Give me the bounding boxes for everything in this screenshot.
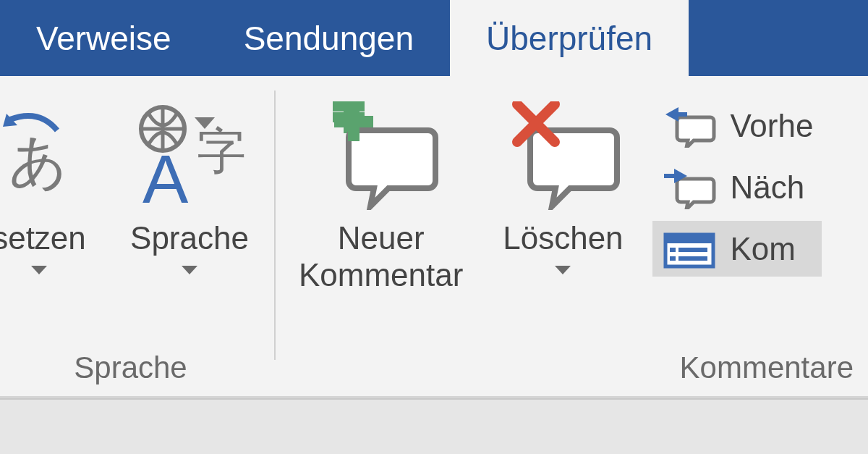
- dropdown-icon: [552, 263, 574, 276]
- new-comment-button[interactable]: Neuer Kommentar: [289, 87, 473, 300]
- document-area: [0, 398, 868, 454]
- dropdown-icon: [28, 263, 50, 276]
- language-button[interactable]: A 字 Sprache: [118, 87, 261, 283]
- delete-comment-label: Löschen: [503, 220, 623, 257]
- group-separator: [274, 91, 276, 360]
- translate-icon: あ: [0, 94, 90, 217]
- previous-comment-icon: [661, 102, 719, 149]
- svg-rect-24: [665, 235, 713, 243]
- svg-text:字: 字: [197, 123, 246, 178]
- svg-rect-28: [678, 256, 707, 261]
- svg-rect-22: [664, 174, 676, 178]
- language-icon: A 字: [128, 94, 251, 217]
- group-body: Neuer Kommentar Löschen: [289, 87, 861, 346]
- svg-rect-26: [678, 248, 707, 252]
- svg-marker-2: [31, 266, 47, 274]
- show-comments-label: Kom: [730, 231, 795, 267]
- delete-comment-button[interactable]: Löschen: [491, 87, 634, 283]
- next-comment-icon: [661, 164, 719, 211]
- show-comments-icon: [661, 225, 719, 272]
- delete-comment-icon: [501, 94, 624, 217]
- svg-marker-18: [555, 266, 571, 274]
- next-label: Näch: [730, 169, 804, 206]
- previous-label: Vorhe: [730, 108, 813, 144]
- tab-sendungen[interactable]: Sendungen: [208, 0, 450, 76]
- tab-label: Sendungen: [244, 19, 414, 58]
- tab-label: Verweise: [36, 19, 171, 58]
- ribbon-tab-strip: Verweise Sendungen Überprüfen: [0, 0, 868, 76]
- language-label: Sprache: [130, 220, 249, 257]
- group-label-language: Sprache: [0, 346, 261, 392]
- svg-marker-19: [665, 107, 678, 122]
- group-body: あ setzen: [0, 87, 261, 346]
- svg-rect-25: [670, 248, 676, 252]
- tab-verweise[interactable]: Verweise: [0, 0, 208, 76]
- group-language: あ setzen: [0, 76, 268, 396]
- svg-text:あ: あ: [9, 129, 68, 193]
- svg-rect-27: [670, 256, 676, 261]
- group-label-comments: Kommentare: [289, 346, 861, 392]
- tab-label: Überprüfen: [486, 19, 652, 58]
- svg-rect-20: [677, 112, 687, 117]
- ribbon-body: あ setzen: [0, 76, 868, 398]
- translate-label: setzen: [0, 220, 86, 257]
- svg-marker-9: [182, 266, 197, 274]
- tab-ueberpruefen[interactable]: Überprüfen: [450, 0, 689, 76]
- group-comments: Neuer Kommentar Löschen: [281, 76, 868, 396]
- new-comment-icon: [320, 94, 443, 217]
- translate-button[interactable]: あ setzen: [0, 87, 100, 283]
- svg-text:A: A: [142, 140, 189, 210]
- ribbon-container: Verweise Sendungen Überprüfen あ: [0, 0, 868, 454]
- show-comments-button[interactable]: Kom: [652, 221, 822, 277]
- dropdown-icon: [179, 263, 200, 276]
- comment-nav-list: Vorhe Näch: [652, 87, 822, 277]
- new-comment-label: Neuer Kommentar: [299, 220, 463, 293]
- next-comment-button[interactable]: Näch: [652, 159, 822, 215]
- svg-rect-15: [348, 102, 359, 141]
- previous-comment-button[interactable]: Vorhe: [652, 98, 822, 154]
